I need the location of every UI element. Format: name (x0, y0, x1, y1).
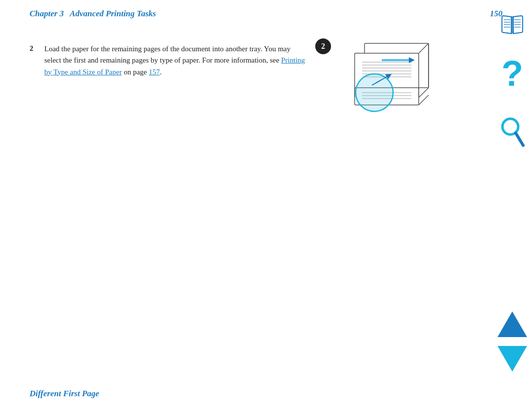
svg-point-16 (356, 74, 393, 111)
chapter-label: Chapter 3 (30, 9, 64, 18)
footer-title: Different First Page (30, 389, 99, 398)
text-area: 2 Load the paper for the remaining pages… (30, 38, 305, 129)
book-icon[interactable] (499, 15, 525, 35)
nav-arrows (498, 311, 527, 372)
chapter-title: Chapter 3 Advanced Printing Tasks (30, 9, 156, 19)
step-number: 2 (30, 44, 38, 53)
question-icon[interactable]: ? (499, 55, 526, 97)
svg-line-31 (516, 133, 523, 145)
step-text-part2: on page (122, 68, 149, 76)
page-157-link[interactable]: 157 (149, 68, 160, 76)
step-text-part3: . (160, 68, 162, 76)
search-icon[interactable] (499, 117, 525, 147)
svg-line-12 (419, 43, 429, 53)
printer-illustration: 2 (315, 38, 453, 129)
printer-image (335, 38, 448, 129)
svg-text:?: ? (501, 55, 523, 93)
step-2-row: 2 Load the paper for the remaining pages… (30, 43, 305, 78)
chapter-title-text: Advanced Printing Tasks (70, 9, 156, 18)
step-text: Load the paper for the remaining pages o… (44, 43, 305, 78)
next-page-button[interactable] (498, 346, 527, 372)
footer: Different First Page (30, 389, 99, 399)
svg-rect-18 (382, 59, 409, 61)
page-header: Chapter 3 Advanced Printing Tasks 150 (0, 0, 532, 24)
step-text-part1: Load the paper for the remaining pages o… (44, 45, 291, 64)
main-content: 2 Load the paper for the remaining pages… (0, 24, 532, 139)
prev-page-button[interactable] (498, 311, 527, 337)
step-badge: 2 (315, 38, 331, 54)
